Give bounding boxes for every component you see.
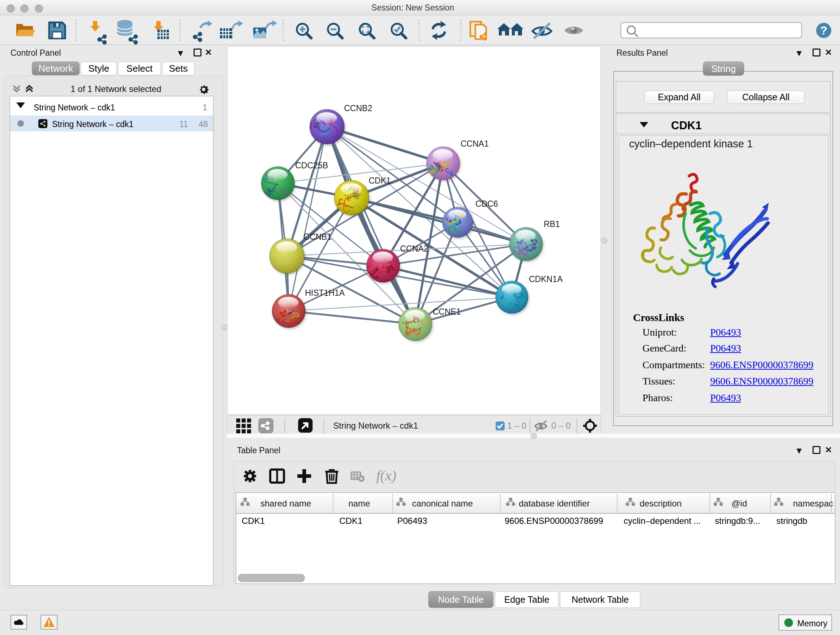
svg-text:CDC6: CDC6 (475, 199, 498, 209)
svg-text:CCNE1: CCNE1 (433, 307, 461, 317)
svg-text:CDC25B: CDC25B (295, 161, 328, 170)
svg-text:RB1: RB1 (544, 219, 560, 229)
svg-text:String Network – cdk1: String Network – cdk1 (333, 421, 418, 431)
svg-text:HIST1H1A: HIST1H1A (305, 288, 345, 298)
svg-text:?: ? (820, 24, 827, 37)
svg-text:0 – 0: 0 – 0 (551, 421, 570, 431)
svg-text:1 – 0: 1 – 0 (507, 421, 526, 431)
svg-text:CDK1: CDK1 (369, 176, 391, 185)
svg-text:CCNA2: CCNA2 (400, 244, 428, 253)
svg-text:CCNB1: CCNB1 (303, 232, 332, 241)
svg-text:CDKN1A: CDKN1A (529, 274, 563, 284)
svg-text:CCNB2: CCNB2 (344, 103, 372, 113)
svg-text:CCNA1: CCNA1 (461, 139, 489, 149)
svg-text:f(x): f(x) (376, 467, 396, 484)
